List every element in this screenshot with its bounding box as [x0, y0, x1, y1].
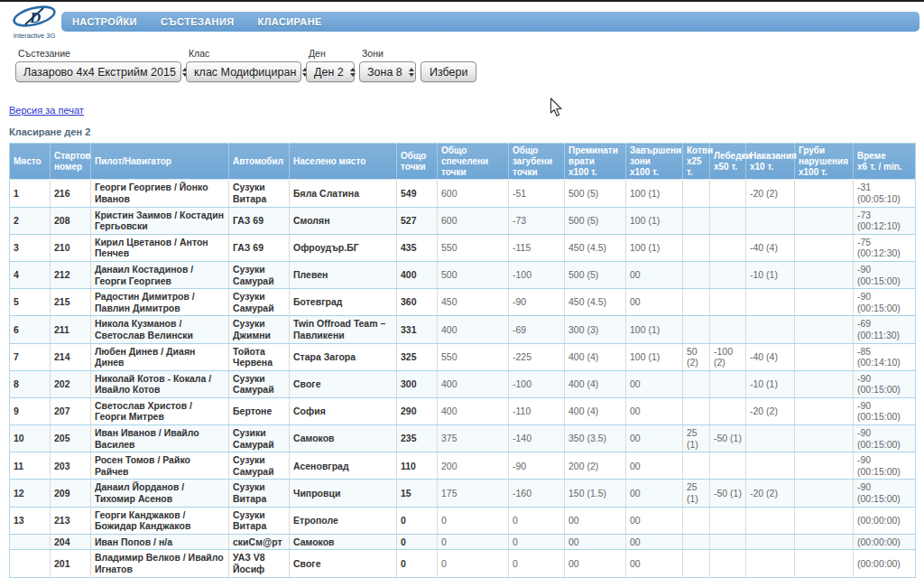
cell: Сузуки Самурай: [229, 261, 290, 288]
cell: -40 (4): [746, 234, 795, 261]
cell: 00: [565, 507, 626, 534]
cell: -40 (4): [746, 343, 795, 370]
print-version-link[interactable]: Версия за печат: [9, 105, 84, 116]
cell: 13: [10, 507, 51, 534]
cell: [746, 316, 795, 343]
cell: 450: [438, 289, 509, 316]
column-header: Груби нарушения x100 т.: [795, 144, 854, 180]
cell: 215: [51, 289, 91, 316]
column-header: Автомобил: [229, 144, 290, 180]
cell: 9: [10, 397, 51, 424]
cell: [683, 261, 710, 288]
column-header: Място: [10, 144, 51, 180]
cell: 212: [51, 261, 91, 288]
cell: -90 (00:15:00): [854, 261, 916, 288]
cell: 216: [51, 180, 91, 207]
cell: 214: [51, 343, 91, 370]
cell: [683, 550, 710, 577]
zones-selected-value: Зона 8: [367, 66, 402, 79]
cell: -90 (00:15:00): [854, 425, 916, 452]
cell: -20 (2): [746, 397, 795, 424]
cell: -160: [509, 480, 565, 507]
cell: 00: [626, 452, 683, 480]
column-header: Завършени зони x100 т.: [626, 144, 683, 180]
cell: 1: [10, 180, 51, 207]
cell: 600: [438, 180, 509, 207]
nav-item-3[interactable]: КЛАСИРАНЕ: [258, 16, 322, 27]
page-title: Класиране ден 2: [9, 126, 90, 137]
cell: 150 (1.5): [565, 480, 626, 507]
cell: 100 (1): [626, 343, 683, 370]
cell: [710, 370, 746, 397]
column-header: Общо загубени точки: [509, 144, 565, 180]
cell: Иван Иванов / Ивайло Василев: [91, 425, 229, 452]
cell: [795, 425, 854, 452]
cell: 0: [397, 534, 438, 550]
competition-select[interactable]: Лазарово 4x4 Екстрийм 2015: [15, 61, 181, 82]
cell: [746, 507, 795, 534]
cell: [795, 343, 854, 370]
cell: Бяла Слатина: [290, 180, 397, 207]
cell: 205: [51, 425, 91, 452]
cell: [795, 507, 854, 534]
cell: 0: [397, 550, 438, 577]
cell: Радостин Димитров / Павлин Димитров: [91, 289, 229, 316]
table-body: 1216Георги Георгиев / Йонко ИвановСузуки…: [10, 180, 916, 578]
cell: УАЗ V8 Йосиф: [229, 550, 290, 577]
cell: [683, 397, 710, 424]
cell: 435: [397, 234, 438, 261]
cell: 550: [438, 343, 509, 370]
nav-item-1[interactable]: НАСТРОЙКИ: [72, 16, 137, 27]
cell: 00: [626, 550, 683, 577]
day-select[interactable]: Ден 2: [306, 61, 355, 82]
class-select[interactable]: клас Модифициран: [186, 61, 301, 82]
cell: 290: [397, 397, 438, 424]
table-row: 10205Иван Иванов / Ивайло ВасилевСузики …: [10, 425, 916, 452]
column-header: Наказания x10 т.: [746, 144, 795, 180]
cell: 0: [438, 507, 509, 534]
cell: 200: [438, 452, 509, 480]
cell: -75 (00:12:30): [854, 234, 916, 261]
cell: Смолян: [290, 207, 397, 234]
cell: 400: [438, 397, 509, 424]
table-row: 4212Данаил Костадинов / Георги ГеоргиевС…: [10, 261, 916, 288]
cell: Сузуки Витара: [229, 507, 290, 534]
cell: 12: [10, 480, 51, 507]
cell: 400: [438, 370, 509, 397]
cell: 450 (4.5): [565, 289, 626, 316]
cell: 00: [626, 425, 683, 452]
column-header: Стартов номер: [51, 144, 91, 180]
cell: Тойота Червена: [229, 343, 290, 370]
column-header: Пилот/Навигатор: [91, 144, 229, 180]
cell: -225: [509, 343, 565, 370]
nav-item-2[interactable]: СЪСТЕЗАНИЯ: [161, 16, 235, 27]
cell: 00: [626, 534, 683, 550]
table-row: 2208Кристин Заимов / Костадин Гергьовски…: [10, 207, 916, 234]
cell: 100 (1): [626, 207, 683, 234]
cell: -90 (00:15:00): [854, 397, 916, 424]
zones-select[interactable]: Зона 8: [359, 61, 416, 82]
cell: 100 (1): [626, 234, 683, 261]
cell: 11: [10, 452, 51, 480]
cell: (00:00:00): [854, 534, 916, 550]
cell: [795, 289, 854, 316]
cell: Георги Канджаков / Божидар Канджаков: [91, 507, 229, 534]
cell: (00:00:00): [854, 550, 916, 577]
cell: 0: [509, 550, 565, 577]
cell: 00: [626, 370, 683, 397]
cell: -90 (00:15:00): [854, 480, 916, 507]
cell: -69: [509, 316, 565, 343]
cell: 500: [438, 261, 509, 288]
cell: 2: [10, 207, 51, 234]
cell: [795, 316, 854, 343]
cell: 00: [626, 289, 683, 316]
cell: 5: [10, 289, 51, 316]
cell: 400: [438, 316, 509, 343]
cell: 500 (5): [565, 180, 626, 207]
cell: Самоков: [290, 425, 397, 452]
cell: 400 (4): [565, 397, 626, 424]
cell: 235: [397, 425, 438, 452]
cell: -20 (2): [746, 480, 795, 507]
cell: [795, 397, 854, 424]
select-button[interactable]: Избери: [420, 61, 476, 82]
